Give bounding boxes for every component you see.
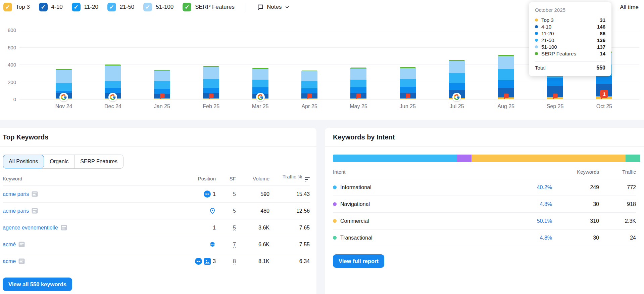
volume-cell: 6.6K <box>236 242 269 248</box>
google-icon[interactable] <box>256 93 265 101</box>
sf-value[interactable]: 5 <box>233 225 236 231</box>
sf-value[interactable]: 8 <box>233 258 236 264</box>
sf-value[interactable]: 7 <box>233 242 236 248</box>
bar-jan-25[interactable]: Jan 25 <box>138 0 187 120</box>
shield-icon <box>209 241 216 248</box>
position-cell <box>172 207 216 214</box>
intent-pct-link[interactable]: 40.2% <box>537 184 552 190</box>
legend-dot <box>535 32 538 35</box>
tab-serp-features[interactable]: SERP Features <box>75 155 123 168</box>
col-keywords: Keywords <box>552 169 599 175</box>
note-marker-icon[interactable] <box>159 93 165 101</box>
sf-value[interactable]: 5 <box>233 191 236 197</box>
bar-segment-51-100 <box>301 71 317 81</box>
tooltip-row: SERP Features14 <box>535 50 605 57</box>
position-cell: 1 <box>172 191 216 198</box>
sort-desc-icon[interactable] <box>305 177 310 181</box>
bar-jul-25[interactable]: Jul 25 <box>432 0 481 120</box>
tooltip-row-label: SERP Features <box>541 51 600 56</box>
note-marker-icon[interactable] <box>355 93 362 101</box>
pin-icon <box>209 207 216 214</box>
tooltip-row-label: Top 3 <box>541 17 600 23</box>
intent-traffic-cell: 2.3K <box>599 218 636 224</box>
view-full-report-button[interactable]: View full report <box>333 254 384 268</box>
note-marker-icon[interactable] <box>552 93 558 101</box>
intent-row: Commercial50.1%3102.3K <box>333 212 636 229</box>
google-icon[interactable] <box>108 93 117 101</box>
bar-segment-21-50 <box>350 80 366 87</box>
bar-dec-24[interactable]: Dec 24 <box>88 0 137 120</box>
link-icon <box>195 258 202 265</box>
bar-segment-51-100 <box>56 70 72 83</box>
sf-cell: 8 <box>216 258 236 264</box>
intent-traffic-cell: 24 <box>599 235 636 241</box>
keyword-link[interactable]: acme paris <box>3 191 29 197</box>
bar-aug-25[interactable]: Aug 25 <box>482 0 531 120</box>
note-marker-icon[interactable] <box>306 93 313 101</box>
tooltip-row-value: 136 <box>597 37 605 43</box>
traffic-cell: 6.34 <box>269 258 310 264</box>
intent-pct-link[interactable]: 4.8% <box>540 235 552 241</box>
intent-pct-cell: 40.2% <box>502 184 552 191</box>
x-axis-label: Sep 25 <box>531 103 580 110</box>
intent-dot <box>333 219 337 223</box>
intent-pct-cell: 4.8% <box>502 201 552 207</box>
tooltip-row: 21-50136 <box>535 37 605 43</box>
volume-cell: 3.6K <box>236 225 269 231</box>
view-all-keywords-button[interactable]: View all 550 keywords <box>3 278 72 291</box>
note-badge[interactable]: 1 <box>600 90 608 98</box>
tooltip-row: 4-10146 <box>535 23 605 30</box>
tooltip-total-value: 550 <box>596 65 605 71</box>
col-traffic[interactable]: Traffic % <box>269 174 310 181</box>
note-marker-icon[interactable] <box>208 93 214 101</box>
tooltip-title: October 2025 <box>535 7 605 13</box>
bar-segment-11-20 <box>301 88 317 93</box>
tooltip-row-value: 31 <box>600 17 605 23</box>
bar-mar-25[interactable]: Mar 25 <box>236 0 285 120</box>
bar-segment-21-50 <box>301 81 317 88</box>
col-keyword: Keyword <box>3 176 172 181</box>
position-value: 1 <box>213 225 216 231</box>
top-keywords-title: Top Keywords <box>3 128 310 146</box>
x-axis-label: Feb 25 <box>187 103 236 110</box>
table-row: acme388.1K6.34 <box>3 253 310 269</box>
tab-all-positions[interactable]: All Positions <box>3 155 44 168</box>
note-marker-icon[interactable] <box>404 93 411 101</box>
tooltip-total-label: Total <box>535 65 546 71</box>
bar-feb-25[interactable]: Feb 25 <box>187 0 236 120</box>
x-axis-label: Nov 24 <box>39 103 88 110</box>
note-marker-icon[interactable]: 1 <box>600 90 608 98</box>
intent-dot <box>333 185 337 189</box>
sf-cell: 5 <box>216 208 236 214</box>
google-icon[interactable] <box>59 93 68 101</box>
chart-tooltip: October 2025 Top 3314-1014611-208621-501… <box>529 2 611 76</box>
bar-jun-25[interactable]: Jun 25 <box>383 0 432 120</box>
intent-pct-link[interactable]: 4.8% <box>540 201 552 207</box>
bar-nov-24[interactable]: Nov 24 <box>39 0 88 120</box>
keyword-link[interactable]: agence evenementielle <box>3 225 58 231</box>
keywords-table-header: Keyword Position SF Volume Traffic % <box>3 169 310 185</box>
bar-stack[interactable] <box>498 55 514 99</box>
position-value: 1 <box>213 191 216 197</box>
tooltip-row: Top 331 <box>535 16 605 23</box>
intent-pct-link[interactable]: 50.1% <box>537 218 552 224</box>
table-row: acmé paris548012.56 <box>3 202 310 219</box>
x-axis-label: Jan 25 <box>138 103 187 110</box>
bar-apr-25[interactable]: Apr 25 <box>285 0 334 120</box>
table-row: agence evenementielle153.6K7.65 <box>3 219 310 236</box>
tab-organic[interactable]: Organic <box>44 155 75 168</box>
keyword-link[interactable]: acmé paris <box>3 208 29 214</box>
keyword-link[interactable]: acme <box>3 258 16 264</box>
traffic-cell: 12.56 <box>269 208 310 214</box>
sf-cell: 7 <box>216 242 236 248</box>
bar-segment-51-100 <box>498 56 514 69</box>
sf-value[interactable]: 5 <box>233 208 236 214</box>
bar-segment-11-20 <box>449 83 465 90</box>
google-icon[interactable] <box>452 93 461 101</box>
traffic-cell: 15.43 <box>269 191 310 197</box>
note-marker-icon[interactable] <box>503 93 509 101</box>
keyword-link[interactable]: acmé <box>3 242 16 248</box>
intent-label: Informational <box>340 184 371 191</box>
intent-pct-cell: 50.1% <box>502 218 552 224</box>
bar-may-25[interactable]: May 25 <box>334 0 383 120</box>
